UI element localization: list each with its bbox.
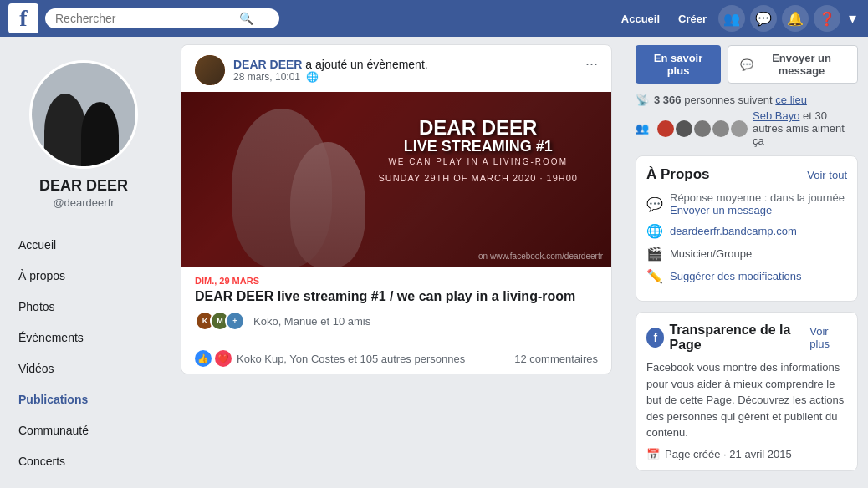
notification-icon[interactable]: 🔔 — [782, 5, 809, 32]
event-image-overlay-text: DEAR DEER LIVE STREAMING #1 WE CAN PLAY … — [378, 117, 578, 183]
suggest-info: ✏️ Suggérer des modifications — [646, 268, 847, 284]
pencil-icon: ✏️ — [646, 268, 663, 284]
friend-faces — [657, 120, 748, 137]
sidebar-item-videos[interactable]: Vidéos — [5, 353, 162, 384]
dropdown-icon[interactable]: ▾ — [845, 6, 860, 31]
transparency-header: f Transparence de la Page Voir plus — [646, 323, 847, 353]
post-reactions: 👍 ❤️ Koko Kup, Yon Costes et 105 autres … — [181, 343, 611, 374]
friend-avatar-3 — [694, 120, 711, 137]
search-icon: 🔍 — [239, 12, 253, 25]
event-date-on-image: SUNDAY 29TH OF MARCH 2020 · 19H00 — [378, 173, 578, 183]
website-info: 🌐 deardeerfr.bandcamp.com — [646, 223, 847, 239]
en-savoir-plus-button[interactable]: En savoir plus — [636, 45, 721, 84]
friend-name-link[interactable]: Seb Bayo — [753, 109, 799, 122]
sidebar-item-evenements[interactable]: Évènements — [5, 323, 162, 353]
attendee-avatars: K M + — [195, 311, 240, 331]
post-time: 28 mars, 10:01 🌐 — [233, 71, 428, 83]
followers-line: 📡 3 366 personnes suivent ce lieu — [636, 94, 858, 106]
profile-section: DEAR DEER @deardeerfr — [0, 47, 167, 229]
event-date-label: DIM., 29 MARS — [195, 276, 598, 286]
sidebar-item-accueil[interactable]: Accueil — [5, 230, 162, 260]
left-sidebar: DEAR DEER @deardeerfr Accueil À propos P… — [0, 37, 167, 384]
sidebar-item-photos[interactable]: Photos — [5, 292, 162, 322]
post-author[interactable]: DEAR DEER — [233, 58, 302, 71]
facebook-logo: f — [8, 3, 38, 33]
right-sidebar: En savoir plus 💬 Envoyer un message 📡 3 … — [625, 37, 868, 384]
nav-links: Accueil Créer 👥 💬 🔔 ❓ ▾ — [615, 5, 860, 32]
reaction-icons: 👍 ❤️ — [195, 350, 232, 367]
post-meta: DEAR DEER a ajouté un évènement. 28 mars… — [233, 58, 428, 83]
reaction-names: Koko Kup, Yon Costes et 105 autres perso… — [237, 353, 465, 365]
envoyer-message-button[interactable]: 💬 Envoyer un message — [728, 45, 858, 84]
profile-name: DEAR DEER — [39, 177, 128, 195]
response-info: 💬 Réponse moyenne : dans la journée Envo… — [646, 191, 847, 216]
post-avatar — [195, 55, 225, 85]
ce-lieu-link[interactable]: ce lieu — [775, 94, 807, 106]
friends-like-text: Seb Bayo et 30 autres amis aiment ça — [753, 109, 858, 147]
film-icon: 🎬 — [646, 246, 663, 262]
website-link[interactable]: deardeerfr.bandcamp.com — [670, 225, 797, 237]
messenger-send-icon: 💬 — [740, 58, 753, 71]
post-header: DEAR DEER a ajouté un évènement. 28 mars… — [181, 45, 611, 92]
about-section-header: À Propos Voir tout — [646, 166, 847, 183]
avatar — [29, 60, 138, 169]
post-more-icon[interactable]: ··· — [585, 55, 598, 73]
heart-reaction: ❤️ — [215, 350, 232, 367]
category-info: 🎬 Musicien/Groupe — [646, 246, 847, 262]
nav-creer[interactable]: Créer — [671, 8, 713, 30]
nav-menu: Accueil À propos Photos Évènements Vidéo… — [0, 230, 167, 384]
friend-avatar-5 — [731, 120, 748, 137]
suggest-link[interactable]: Suggérer des modifications — [670, 270, 802, 282]
right-top-buttons: En savoir plus 💬 Envoyer un message — [636, 45, 858, 84]
globe-icon: 🌐 — [306, 71, 319, 83]
transparency-title: f Transparence de la Page — [646, 323, 809, 353]
about-section: À Propos Voir tout 💬 Réponse moyenne : d… — [636, 155, 858, 302]
help-icon[interactable]: ❓ — [814, 5, 840, 32]
facebook-small-icon: f — [646, 328, 664, 348]
attendee-avatar-3: + — [225, 311, 245, 331]
event-title-line2: LIVE STREAMING #1 — [378, 139, 578, 155]
globe-icon: 🌐 — [646, 223, 663, 239]
main-content: 👍 J'aime déjà ▾ 📡 Déjà abonné(e) ▾ ↑ Par… — [167, 0, 625, 384]
event-name: DEAR DEER live streaming #1 / we can pla… — [195, 289, 598, 304]
nav-accueil[interactable]: Accueil — [615, 8, 666, 30]
messenger-icon[interactable]: 💬 — [750, 5, 777, 32]
post-card: DEAR DEER a ajouté un évènement. 28 mars… — [181, 44, 612, 374]
top-navigation: f 🔍 Accueil Créer 👥 💬 🔔 ❓ ▾ — [0, 0, 868, 37]
sidebar-item-apropos[interactable]: À propos — [5, 261, 162, 291]
people-icon[interactable]: 👥 — [718, 5, 745, 32]
like-reaction: 👍 — [195, 350, 212, 367]
comments-count: 12 commentaires — [514, 353, 598, 365]
rss-icon: 📡 — [636, 94, 649, 106]
friend-avatar-2 — [676, 120, 692, 137]
send-message-link[interactable]: Envoyer un message — [670, 204, 772, 216]
attendees-text: Koko, Manue et 10 amis — [253, 315, 370, 328]
event-subtitle: WE CAN PLAY IN A LIVING-ROOM — [378, 157, 578, 166]
followers-section: 📡 3 366 personnes suivent ce lieu 👥 Seb … — [636, 94, 858, 147]
about-title: À Propos — [646, 166, 710, 183]
event-url-overlay: on www.facebook.com/deardeertr — [478, 252, 603, 261]
event-title-line1: DEAR DEER — [378, 117, 578, 139]
search-bar[interactable]: 🔍 — [45, 8, 279, 28]
friends-icon: 👥 — [636, 122, 649, 135]
search-input[interactable] — [55, 12, 239, 25]
friend-avatar-4 — [712, 120, 729, 137]
transparency-text: Facebook vous montre des informations po… — [646, 359, 847, 384]
event-image: DEAR DEER LIVE STREAMING #1 WE CAN PLAY … — [181, 92, 611, 267]
voir-plus-link[interactable]: Voir plus — [809, 325, 847, 350]
post-event-info: ✓ ✓ Ça m'intéresse ▾ DIM., 29 MARS DEAR … — [181, 267, 611, 343]
friends-like: 👥 Seb Bayo et 30 autres amis aiment ça — [636, 109, 858, 147]
message-circle-icon: 💬 — [646, 196, 663, 212]
profile-handle: @deardeerfr — [53, 196, 114, 209]
voir-tout-link[interactable]: Voir tout — [807, 169, 847, 181]
friend-avatar-1 — [657, 120, 674, 137]
transparency-section: f Transparence de la Page Voir plus Face… — [636, 312, 858, 384]
post-event-action: a ajouté un évènement. — [305, 58, 427, 71]
attendees: K M + Koko, Manue et 10 amis — [195, 311, 598, 331]
